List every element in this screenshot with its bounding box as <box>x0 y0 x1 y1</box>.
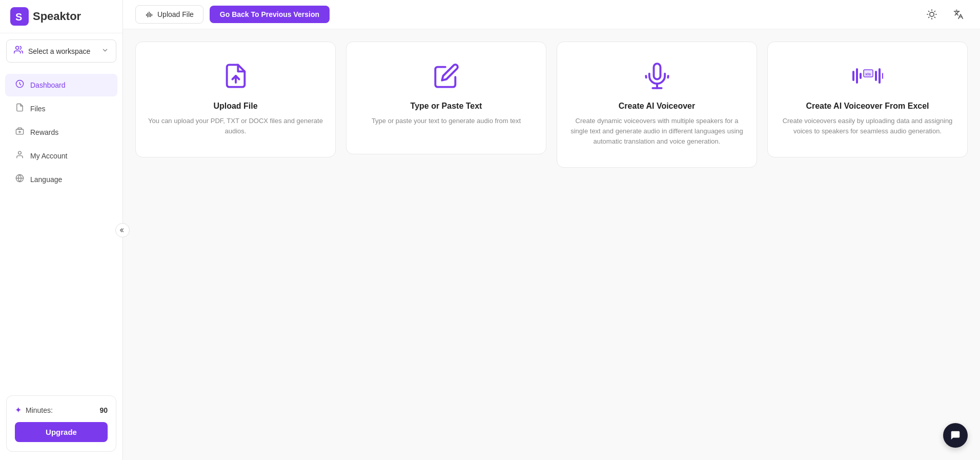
sidebar-item-label-language: Language <box>30 175 62 184</box>
sidebar-item-label-dashboard: Dashboard <box>30 81 66 89</box>
type-paste-card-title: Type or Paste Text <box>411 102 482 111</box>
sidebar-item-label-files: Files <box>30 105 46 113</box>
main-content: Upload File Go Back To Previous Version <box>123 0 980 460</box>
upload-file-card-desc: You can upload your PDF, TXT or DOCX fil… <box>148 116 323 136</box>
upload-file-card[interactable]: Upload File You can upload your PDF, TXT… <box>135 42 336 157</box>
svg-line-19 <box>934 17 935 17</box>
svg-point-2 <box>16 46 19 49</box>
upload-file-card-title: Upload File <box>213 102 257 111</box>
chat-icon <box>950 430 961 441</box>
sidebar-item-rewards[interactable]: Rewards <box>5 121 117 144</box>
files-icon <box>15 103 24 114</box>
ai-voiceover-card[interactable]: Create AI Voiceover Create dynamic voice… <box>557 42 757 168</box>
svg-line-23 <box>934 11 935 12</box>
translate-icon <box>953 9 964 19</box>
speaktor-logo-icon: S <box>10 7 29 26</box>
dashboard-icon <box>15 79 24 91</box>
language-translate-button[interactable] <box>949 5 968 24</box>
sound-wave-icon <box>145 10 153 18</box>
sidebar-item-my-account[interactable]: My Account <box>5 145 117 167</box>
svg-rect-29 <box>860 73 862 79</box>
type-paste-card-desc: Type or paste your text to generate audi… <box>372 116 521 126</box>
minutes-row: ✦ Minutes: 90 <box>15 405 108 415</box>
svg-text:xls: xls <box>865 72 871 76</box>
ai-voiceover-card-desc: Create dynamic voiceovers with multiple … <box>569 116 744 147</box>
minutes-label-area: ✦ Minutes: <box>15 405 53 415</box>
upload-file-label: Upload File <box>157 10 194 18</box>
sidebar-item-language[interactable]: Language <box>5 168 117 191</box>
rewards-icon <box>15 127 24 138</box>
sidebar-item-files[interactable]: Files <box>5 97 117 120</box>
language-icon <box>15 174 24 185</box>
sidebar-item-label-account: My Account <box>30 152 67 160</box>
workspace-icon <box>14 45 23 57</box>
svg-rect-35 <box>882 73 883 79</box>
ai-voiceover-excel-card-icon: xls <box>852 63 883 91</box>
ai-voiceover-excel-card[interactable]: xls Create AI Voiceover From Excel Creat… <box>767 42 968 157</box>
svg-rect-34 <box>879 68 881 84</box>
theme-toggle-button[interactable] <box>923 5 941 24</box>
chevron-down-icon <box>101 47 109 55</box>
upload-file-button[interactable]: Upload File <box>135 5 203 24</box>
minutes-card: ✦ Minutes: 90 Upgrade <box>6 395 116 452</box>
sparkle-icon: ✦ <box>15 405 22 415</box>
svg-rect-28 <box>856 68 858 84</box>
account-icon <box>15 150 24 162</box>
top-bar: Upload File Go Back To Previous Version <box>123 0 980 29</box>
svg-point-7 <box>18 151 22 154</box>
nav-menu: Dashboard Files Rewards <box>0 69 122 387</box>
sidebar-item-dashboard[interactable]: Dashboard <box>5 74 117 96</box>
svg-rect-27 <box>852 71 854 81</box>
sun-icon <box>927 9 937 19</box>
ai-voiceover-card-icon <box>644 63 670 91</box>
ai-voiceover-card-title: Create AI Voiceover <box>619 102 695 111</box>
ai-voiceover-excel-card-title: Create AI Voiceover From Excel <box>806 102 929 111</box>
sidebar: S Speaktor Select a workspace <box>0 0 123 460</box>
top-bar-right <box>923 5 968 24</box>
svg-rect-33 <box>875 71 877 81</box>
minutes-value: 90 <box>99 406 108 414</box>
type-paste-card-icon <box>433 63 460 91</box>
ai-voiceover-excel-card-desc: Create voiceovers easily by uploading da… <box>780 116 955 136</box>
collapse-sidebar-button[interactable] <box>115 223 130 237</box>
cards-area: Upload File You can upload your PDF, TXT… <box>123 29 980 460</box>
chat-support-button[interactable] <box>943 423 968 448</box>
previous-version-button[interactable]: Go Back To Previous Version <box>210 6 330 23</box>
workspace-selector[interactable]: Select a workspace <box>6 39 116 63</box>
svg-point-15 <box>930 12 934 16</box>
upload-file-card-icon <box>222 63 249 91</box>
sidebar-item-label-rewards: Rewards <box>30 128 58 136</box>
svg-line-22 <box>929 17 929 17</box>
logo-area: S Speaktor <box>0 0 122 33</box>
workspace-label: Select a workspace <box>28 47 96 55</box>
top-bar-left: Upload File Go Back To Previous Version <box>135 5 330 24</box>
svg-line-18 <box>929 11 929 12</box>
svg-text:S: S <box>15 11 22 23</box>
type-paste-card[interactable]: Type or Paste Text Type or paste your te… <box>346 42 546 154</box>
upgrade-button[interactable]: Upgrade <box>15 422 108 442</box>
app-name: Speaktor <box>33 10 81 23</box>
minutes-label: Minutes: <box>26 406 53 414</box>
